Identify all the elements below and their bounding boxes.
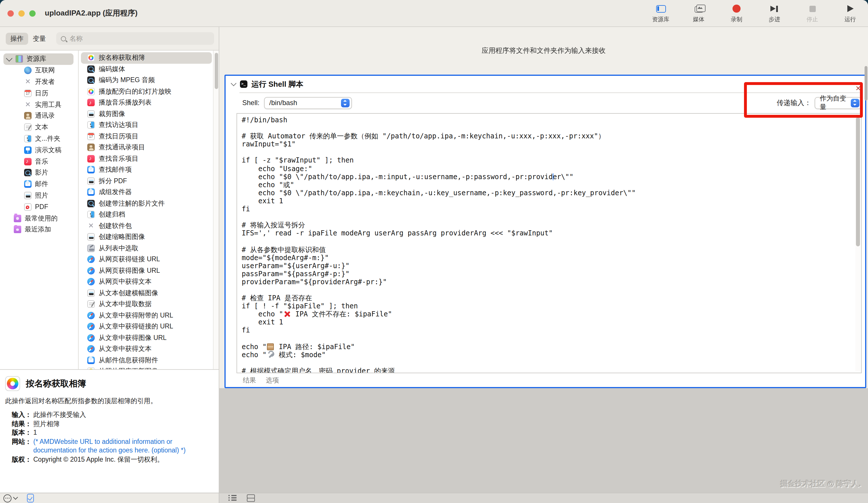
- chevron-down-icon[interactable]: [13, 495, 18, 500]
- actions-scrollbar-thumb[interactable]: [214, 53, 218, 89]
- action-list-item[interactable]: 从文章中获得图像 URL: [81, 332, 212, 343]
- sidebar-item-qt[interactable]: 影片: [0, 167, 78, 178]
- action-list-item[interactable]: 从邮件信息获得附件: [81, 355, 212, 366]
- script-scrollbar[interactable]: [855, 115, 860, 371]
- sidebar-item-music[interactable]: 音乐: [0, 156, 78, 167]
- toolbar-step-button[interactable]: 步进: [762, 4, 786, 23]
- field-link[interactable]: (* AMDWebsite URL to additional informat…: [33, 437, 192, 455]
- action-list-item[interactable]: 创建带注解的影片文件: [81, 198, 212, 209]
- code-line: echo " IPA 路径: $ipaFile": [242, 342, 857, 351]
- action-list-item[interactable]: 裁剪图像: [81, 108, 212, 120]
- sidebar-item-pdf[interactable]: PDF: [0, 201, 78, 213]
- actions-scrollbar[interactable]: [213, 51, 219, 369]
- action-item-label: 从文章中获得图像 URL: [99, 333, 166, 342]
- pass-input-select[interactable]: 作为自变量: [815, 97, 862, 109]
- action-list-item[interactable]: 拆分 PDF: [81, 175, 212, 187]
- safari-icon: [87, 323, 95, 330]
- action-list-item[interactable]: 从列表中选取: [81, 243, 212, 254]
- zoom-window-button[interactable]: [29, 10, 35, 17]
- tab-variables[interactable]: 变量: [28, 32, 51, 44]
- toolbar-media-button[interactable]: 媒体: [686, 4, 711, 23]
- action-list-item[interactable]: 从照片图库更新图像: [81, 366, 212, 369]
- action-item-label: 从文本创建横幅图像: [99, 289, 158, 297]
- action-list-item[interactable]: 播放配旁白的幻灯片放映: [81, 86, 212, 97]
- toolbar-record-button[interactable]: 录制: [724, 4, 748, 23]
- action-list-item[interactable]: 编码为 MPEG 音频: [81, 75, 212, 86]
- field-value: Copyright © 2015 Apple Inc. 保留一切权利。: [33, 455, 164, 464]
- sidebar-item-label: 文本: [35, 123, 48, 132]
- toolbar-stop-button[interactable]: 停止: [800, 4, 824, 23]
- sidebar-item-text[interactable]: 文本: [0, 122, 78, 133]
- sidebar-item-tools[interactable]: 开发者: [0, 76, 78, 88]
- field-value: 此操作不接受输入: [33, 411, 86, 420]
- code-line: # 将输入按逗号拆分: [242, 221, 857, 229]
- action-list-item[interactable]: 创建软件包: [81, 220, 212, 232]
- photos-icon: [87, 368, 95, 369]
- sidebar-item-tools[interactable]: 实用工具: [0, 99, 78, 110]
- cross-mark-emoji: [284, 311, 291, 318]
- canvas-scrollbar-thumb[interactable]: [865, 66, 867, 101]
- action-list-item[interactable]: 从文本创建横幅图像: [81, 287, 212, 299]
- action-list-item[interactable]: 从网页获得链接 URL: [81, 254, 212, 265]
- automator-window: uploadIPA2.app (应用程序) 资源库媒体录制步进停止运行 操作 变…: [0, 0, 868, 503]
- action-list-item[interactable]: 从网页中获得文本: [81, 276, 212, 287]
- sidebar-item-label: 实用工具: [35, 100, 61, 109]
- action-list-item[interactable]: 查找日历项目: [81, 131, 212, 142]
- field-label: 输入：: [5, 411, 32, 420]
- shell-script-editor[interactable]: #!/bin/bash# 获取 Automator 传来的单一参数（例如 "/p…: [237, 113, 862, 373]
- search-field[interactable]: 名称: [56, 32, 214, 45]
- action-list-item[interactable]: 查找邮件项: [81, 164, 212, 175]
- results-link[interactable]: 结果: [243, 376, 256, 384]
- action-list-item[interactable]: 查找音乐项目: [81, 153, 212, 164]
- run-icon: [847, 5, 854, 12]
- pass-input-label: 传递输入：: [777, 98, 811, 107]
- shell-select[interactable]: /bin/bash: [264, 97, 352, 109]
- sidebar-item-mail[interactable]: 邮件: [0, 178, 78, 190]
- sidebar-item-globe[interactable]: 互联网: [0, 65, 78, 76]
- script-scrollbar-thumb[interactable]: [856, 117, 860, 246]
- sidebar-item-contacts[interactable]: 通讯录: [0, 110, 78, 122]
- close-window-button[interactable]: [8, 10, 14, 17]
- stack-view-icon[interactable]: [247, 494, 254, 502]
- action-list-item[interactable]: 播放音乐播放列表: [81, 97, 212, 108]
- collapse-chevron-icon[interactable]: [231, 80, 237, 86]
- photos-app-icon: [5, 376, 20, 391]
- action-item-label: 从网页获得图像 URL: [99, 266, 160, 275]
- sidebar-item-preview[interactable]: 照片: [0, 190, 78, 201]
- robot-icon: [87, 245, 95, 252]
- action-list-item[interactable]: 从网页获得图像 URL: [81, 265, 212, 276]
- chevron-down-icon[interactable]: [6, 55, 13, 62]
- action-item-label: 创建缩略图图像: [99, 233, 145, 242]
- library-column: 资源库互联网开发者日历实用工具通讯录文本文...件夹演示文稿音乐影片邮件照片PD…: [0, 51, 79, 369]
- action-list-item[interactable]: 从文本中提取数据: [81, 299, 212, 310]
- remove-action-button[interactable]: ✕: [855, 85, 861, 92]
- sidebar-item-finder[interactable]: 文...件夹: [0, 133, 78, 144]
- keynote-icon: [24, 146, 32, 154]
- sidebar-smart-folder[interactable]: 最近添加: [0, 224, 78, 235]
- toolbar-sidebar-button[interactable]: 资源库: [649, 4, 673, 23]
- more-options-icon[interactable]: [3, 494, 11, 502]
- action-list-item[interactable]: 按名称获取相簿: [81, 52, 212, 63]
- action-item-label: 创建带注解的影片文件: [99, 199, 165, 208]
- action-list-item[interactable]: 从文章中获得链接的 URL: [81, 321, 212, 332]
- action-list-item[interactable]: 查找访达项目: [81, 120, 212, 131]
- action-list-item[interactable]: 编码媒体: [81, 63, 212, 75]
- action-list-item[interactable]: 从文章中获得附带的 URL: [81, 310, 212, 321]
- toolbar-run-button[interactable]: 运行: [838, 4, 862, 23]
- checkbox-icon[interactable]: [27, 494, 34, 502]
- action-list-item[interactable]: 创建缩略图图像: [81, 232, 212, 243]
- action-list-item[interactable]: 创建归档: [81, 209, 212, 220]
- minimize-window-button[interactable]: [18, 10, 25, 17]
- action-list-item[interactable]: 从文章中获得文本: [81, 343, 212, 355]
- sidebar-item-keynote[interactable]: 演示文稿: [0, 144, 78, 156]
- options-link[interactable]: 选项: [266, 376, 279, 384]
- action-header[interactable]: 运行 Shell 脚本 ✕: [226, 76, 865, 92]
- status-bar-left: [0, 493, 219, 503]
- action-list-item[interactable]: 成组发件器: [81, 187, 212, 198]
- sidebar-smart-folder[interactable]: 最常使用的: [0, 213, 78, 224]
- library-root[interactable]: 资源库: [3, 53, 73, 65]
- tab-actions[interactable]: 操作: [6, 32, 28, 44]
- action-list-item[interactable]: 查找通讯录项目: [81, 142, 212, 153]
- sidebar-item-cal[interactable]: 日历: [0, 88, 78, 99]
- list-view-icon[interactable]: [228, 495, 237, 501]
